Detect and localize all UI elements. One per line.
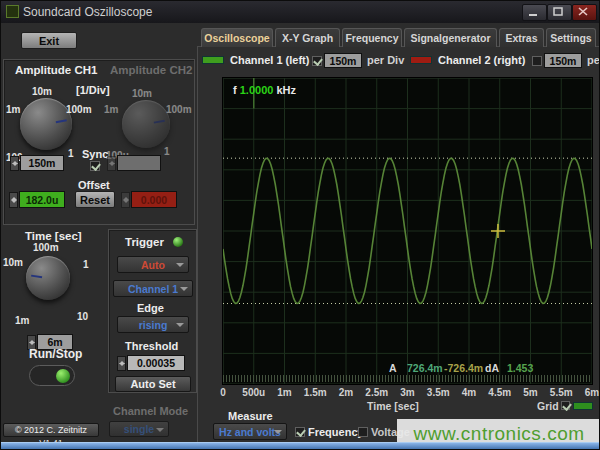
measure-mode-dropdown[interactable]: Hz and volts bbox=[213, 423, 287, 440]
channel2-color-swatch bbox=[410, 56, 432, 64]
voltage-checkbox[interactable] bbox=[358, 427, 368, 437]
amplitude-ch1-knob-pointer bbox=[16, 94, 76, 154]
trigger-title: Trigger bbox=[125, 236, 164, 248]
x-tick-label: 2.5m bbox=[365, 387, 388, 398]
channel1-per-div-label: per Div bbox=[367, 54, 404, 66]
frequency-checkbox[interactable] bbox=[295, 427, 305, 437]
amplitude-ch1-spinner[interactable] bbox=[10, 156, 19, 171]
amplitude-ch1-title: Amplitude CH1 bbox=[15, 64, 97, 76]
tab-oscilloscope[interactable]: Oscilloscope bbox=[201, 28, 273, 47]
x-tick-label: 3.5m bbox=[427, 387, 450, 398]
channel-mode-label: Channel Mode bbox=[113, 405, 188, 417]
tab-signalgenerator[interactable]: Signalgenerator bbox=[404, 28, 497, 47]
amplitude-ch2-title: Amplitude CH2 bbox=[110, 64, 192, 76]
taskbar-strip bbox=[1, 442, 600, 450]
x-axis-title: Time [sec] bbox=[367, 400, 419, 412]
time-scale-left: 10m bbox=[3, 257, 23, 268]
x-tick-label: 4m bbox=[462, 387, 476, 398]
close-button[interactable] bbox=[572, 4, 597, 21]
title-bar: Soundcard Oszilloscope bbox=[1, 1, 600, 23]
app-icon bbox=[6, 5, 19, 18]
x-tick-label: 1.5m bbox=[304, 387, 327, 398]
x-tick-label: 5.5m bbox=[550, 387, 573, 398]
frequency-readout: f 1.0000 kHz bbox=[233, 84, 296, 96]
amp-scale-bottom-right: 1 bbox=[68, 148, 74, 159]
amplitude-ch1-value[interactable]: 150m bbox=[20, 155, 64, 171]
x-axis-labels: 0500u1m1.5m2m2.5m3m3.5m4m4.5m5m5.5m6m bbox=[223, 387, 595, 399]
amplitude-ch2-value[interactable]: 150m bbox=[117, 155, 161, 171]
channel2-label: Channel 2 (right) bbox=[438, 54, 525, 66]
trigger-led bbox=[173, 237, 183, 247]
offset-ch1-spinner[interactable] bbox=[9, 192, 18, 208]
minimize-icon bbox=[528, 7, 540, 17]
offset-ch2-spinner[interactable] bbox=[121, 192, 130, 208]
x-tick-label: 5m bbox=[523, 387, 537, 398]
channel1-per-div-field[interactable]: 150m bbox=[324, 53, 362, 68]
tab-settings[interactable]: Settings bbox=[546, 28, 596, 47]
run-stop-toggle[interactable] bbox=[29, 365, 75, 386]
oscilloscope-display[interactable]: f 1.0000 kHz A 726.4m -726.4m dA 1.453 bbox=[222, 77, 593, 385]
amplitude-ch1-knob[interactable] bbox=[20, 98, 72, 150]
offset-label: Offset bbox=[78, 179, 110, 191]
amp-scale-right: 100m bbox=[66, 104, 92, 115]
channel2-per-div-label: per Div bbox=[587, 54, 600, 66]
x-tick-label: 500u bbox=[242, 387, 265, 398]
maximize-button[interactable] bbox=[547, 4, 572, 21]
measure-da-label: dA bbox=[485, 362, 499, 374]
waveform-plot bbox=[223, 78, 592, 384]
time-scale-bottom-left: 1m bbox=[15, 315, 29, 326]
sync-checkbox[interactable] bbox=[90, 161, 100, 171]
app-window: Soundcard Oszilloscope Exit Oscilloscope… bbox=[0, 0, 600, 450]
trigger-edge-dropdown[interactable]: rising bbox=[117, 316, 189, 333]
offset-ch1-value[interactable]: 182.0u bbox=[19, 191, 65, 208]
time-scale-right: 1 bbox=[83, 259, 89, 270]
amp2-scale-bottom-right: 1 bbox=[164, 146, 170, 157]
trigger-autoset-button[interactable]: Auto Set bbox=[115, 376, 191, 392]
tab-frequency[interactable]: Frequency bbox=[342, 28, 402, 47]
trigger-edge-label: Edge bbox=[137, 302, 164, 314]
channel1-label: Channel 1 (left) bbox=[230, 54, 309, 66]
channel-mode-dropdown[interactable]: single bbox=[109, 421, 169, 437]
time-scale-top: 100m bbox=[33, 242, 59, 253]
frequency-label: Frequency bbox=[308, 426, 364, 438]
channel2-enable-checkbox[interactable] bbox=[532, 56, 542, 66]
tab-extras[interactable]: Extras bbox=[499, 28, 544, 47]
time-ruler-ticks bbox=[223, 375, 592, 382]
amplitude-ch2-spinner[interactable] bbox=[107, 156, 116, 171]
grid-checkbox[interactable] bbox=[561, 401, 570, 410]
amplitude-group: Amplitude CH1 Amplitude CH2 [1/Div] 10m … bbox=[3, 59, 195, 225]
close-icon bbox=[578, 7, 590, 17]
time-knob-pointer bbox=[23, 253, 73, 303]
time-scale-bottom-right: 10 bbox=[77, 311, 88, 322]
copyright-button[interactable]: © 2012 C. Zeitnitz V1.41 bbox=[3, 423, 99, 437]
trigger-threshold-value[interactable]: 0.00035 bbox=[127, 355, 185, 371]
trigger-source-dropdown[interactable]: Channel 1 bbox=[113, 280, 193, 297]
trigger-group: Trigger Auto Channel 1 Edge rising Thres… bbox=[108, 229, 197, 393]
channel1-color-swatch bbox=[202, 56, 224, 64]
time-knob[interactable] bbox=[26, 256, 70, 300]
offset-reset-button[interactable]: Reset bbox=[75, 191, 115, 208]
channel2-per-div-field[interactable]: 150m bbox=[544, 53, 582, 68]
minimize-button[interactable] bbox=[522, 4, 547, 21]
measure-da-value: 1.453 bbox=[507, 362, 533, 374]
amplitude-ch2-knob[interactable] bbox=[122, 100, 170, 148]
trigger-threshold-label: Threshold bbox=[125, 340, 178, 352]
x-tick-label: 0 bbox=[220, 387, 226, 398]
exit-button[interactable]: Exit bbox=[21, 32, 77, 49]
measure-max-value: 726.4m bbox=[407, 362, 443, 374]
run-stop-label: Run/Stop bbox=[29, 347, 82, 361]
offset-ch2-value[interactable]: 0.000 bbox=[131, 191, 177, 208]
time-title: Time [sec] bbox=[25, 230, 82, 242]
tab-x-y-graph[interactable]: X-Y Graph bbox=[275, 28, 340, 47]
trigger-threshold-spinner[interactable] bbox=[117, 356, 126, 371]
trigger-mode-dropdown[interactable]: Auto bbox=[117, 256, 189, 273]
measure-title: Measure bbox=[228, 410, 273, 422]
x-tick-label: 4.5m bbox=[488, 387, 511, 398]
grid-label: Grid bbox=[537, 400, 559, 412]
x-tick-label: 3m bbox=[400, 387, 414, 398]
channel1-enable-checkbox[interactable] bbox=[312, 56, 322, 66]
x-tick-label: 2m bbox=[339, 387, 353, 398]
window-title: Soundcard Oszilloscope bbox=[23, 5, 152, 19]
amp-scale-top: 10m bbox=[32, 86, 52, 97]
measure-min-value: -726.4m bbox=[444, 362, 483, 374]
